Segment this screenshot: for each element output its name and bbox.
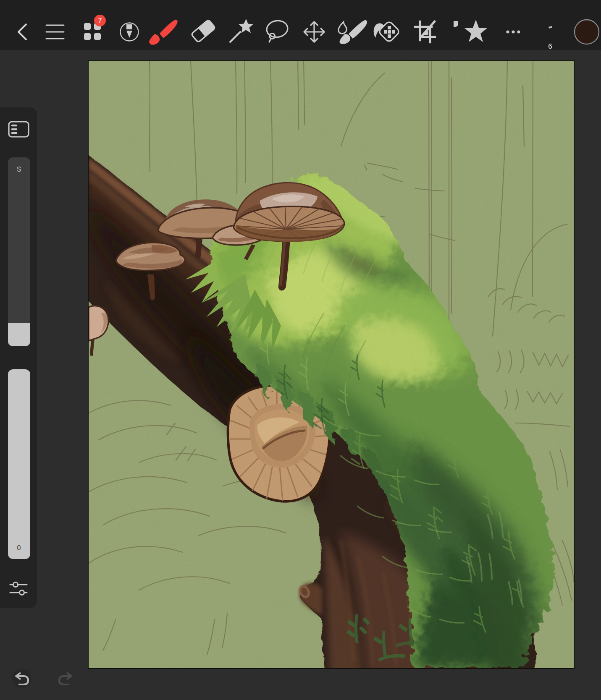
svg-text:6: 6 bbox=[548, 42, 552, 50]
svg-text:0: 0 bbox=[17, 544, 21, 551]
svg-text:S: S bbox=[17, 166, 21, 173]
svg-text:7: 7 bbox=[98, 17, 102, 24]
